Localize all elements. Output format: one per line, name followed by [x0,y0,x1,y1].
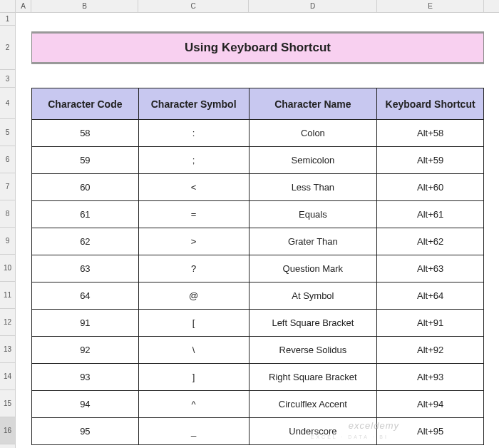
row-header[interactable]: 1 [0,13,15,26]
cell-name[interactable]: Circulflex Accent [249,391,377,418]
table-row: 62>Grater ThanAlt+62 [32,228,484,255]
cell-symbol[interactable]: : [138,120,249,147]
cell-name[interactable]: Equals [249,201,377,228]
cell-code[interactable]: 93 [32,364,139,391]
row-header[interactable]: 8 [0,200,15,228]
column-header[interactable]: A [16,0,31,12]
row-header[interactable]: 12 [0,309,15,336]
table-row: 93]Right Square BracketAlt+93 [32,364,484,391]
column-header[interactable]: E [377,0,484,12]
table-row: 92\Reverse SolidusAlt+92 [32,337,484,364]
select-all-corner[interactable] [0,0,15,13]
spreadsheet: 1 2 3 4 5 6 7 8 9 10 11 12 13 14 15 16 A… [0,0,499,448]
row-header[interactable]: 15 [0,390,15,417]
cell-shortcut[interactable]: Alt+64 [377,282,484,310]
cell-code[interactable]: 58 [32,120,139,147]
cell-code[interactable]: 92 [32,337,139,364]
grid-area: A B C D E Using Keyboard Shortcut Charac… [16,0,499,448]
cell-code[interactable]: 62 [32,228,139,255]
row-header[interactable]: 7 [0,173,15,200]
column-header[interactable]: D [249,0,377,12]
cell-code[interactable]: 64 [32,282,139,310]
row-header[interactable]: 2 [0,26,15,70]
header-code[interactable]: Character Code [32,88,139,120]
cell-symbol[interactable]: @ [138,282,249,310]
row-header[interactable]: 10 [0,255,15,282]
column-header[interactable]: C [138,0,249,12]
cell-symbol[interactable]: \ [138,337,249,364]
cell-symbol[interactable]: _ [138,418,249,445]
cell-code[interactable]: 59 [32,147,139,174]
cell-symbol[interactable]: ; [138,147,249,174]
row-header-selected[interactable]: 16 [0,417,15,444]
column-header[interactable]: B [31,0,138,12]
cell-name[interactable]: Less Than [249,174,377,201]
column-header-row: A B C D E [16,0,499,13]
table-header-row: Character Code Character Symbol Characte… [32,88,484,120]
cell-name[interactable]: Reverse Solidus [249,337,377,364]
row-header[interactable]: 14 [0,363,15,390]
table-row: 63?Question MarkAlt+63 [32,255,484,282]
cell-name[interactable]: Right Square Bracket [249,364,377,391]
table-row: 64@At SymbolAlt+64 [32,282,484,310]
cell-code[interactable]: 61 [32,201,139,228]
row-header[interactable]: 13 [0,336,15,363]
cell-code[interactable]: 94 [32,391,139,418]
cell-code[interactable]: 63 [32,255,139,282]
table-row: 61=EqualsAlt+61 [32,201,484,228]
cell-symbol[interactable]: > [138,228,249,255]
row-header[interactable]: 3 [0,70,15,88]
table-row: 59;SemicolonAlt+59 [32,147,484,174]
header-shortcut[interactable]: Keyboard Shortcut [377,88,484,120]
cell-shortcut[interactable]: Alt+60 [377,174,484,201]
cell-symbol[interactable]: ^ [138,391,249,418]
cell-shortcut[interactable]: Alt+63 [377,255,484,282]
table-row: 91[Left Square BracketAlt+91 [32,310,484,337]
cell-symbol[interactable]: ? [138,255,249,282]
cell-name[interactable]: Left Square Bracket [249,310,377,337]
header-symbol[interactable]: Character Symbol [138,88,249,120]
cell-shortcut[interactable]: Alt+94 [377,391,484,418]
cells-region[interactable]: Using Keyboard Shortcut Character Code C… [16,13,499,448]
cell-shortcut[interactable]: Alt+59 [377,147,484,174]
cell-code[interactable]: 60 [32,174,139,201]
cell-symbol[interactable]: ] [138,364,249,391]
cell-symbol[interactable]: [ [138,310,249,337]
table-row: 58:ColonAlt+58 [32,120,484,147]
cell-shortcut[interactable]: Alt+92 [377,337,484,364]
cell-shortcut[interactable]: Alt+58 [377,120,484,147]
row-header[interactable]: 9 [0,228,15,255]
cell-shortcut[interactable]: Alt+91 [377,310,484,337]
cell-name[interactable]: Semicolon [249,147,377,174]
cell-name[interactable]: At Symbol [249,282,377,310]
header-name[interactable]: Character Name [249,88,377,120]
table-row: 60<Less ThanAlt+60 [32,174,484,201]
page-title: Using Keyboard Shortcut [31,31,484,64]
cell-shortcut[interactable]: Alt+93 [377,364,484,391]
watermark-sub: EXCEL · DATA · BI [311,434,389,439]
cell-name[interactable]: Question Mark [249,255,377,282]
row-header[interactable]: 11 [0,282,15,309]
character-table: Character Code Character Symbol Characte… [31,88,484,445]
row-header[interactable]: 5 [0,119,15,146]
watermark: exceldemy [349,420,399,431]
row-header-gutter: 1 2 3 4 5 6 7 8 9 10 11 12 13 14 15 16 [0,0,16,448]
cell-symbol[interactable]: < [138,174,249,201]
cell-name[interactable]: Colon [249,120,377,147]
cell-code[interactable]: 91 [32,310,139,337]
cell-code[interactable]: 95 [32,418,139,445]
cell-name[interactable]: Grater Than [249,228,377,255]
cell-shortcut[interactable]: Alt+62 [377,228,484,255]
title-row: Using Keyboard Shortcut [31,26,499,70]
table-row: 95_UnderscoreAlt+95 [32,418,484,445]
row-header[interactable]: 4 [0,88,15,119]
row-header[interactable]: 6 [0,146,15,173]
cell-symbol[interactable]: = [138,201,249,228]
table-row: 94^Circulflex AccentAlt+94 [32,391,484,418]
cell-shortcut[interactable]: Alt+61 [377,201,484,228]
